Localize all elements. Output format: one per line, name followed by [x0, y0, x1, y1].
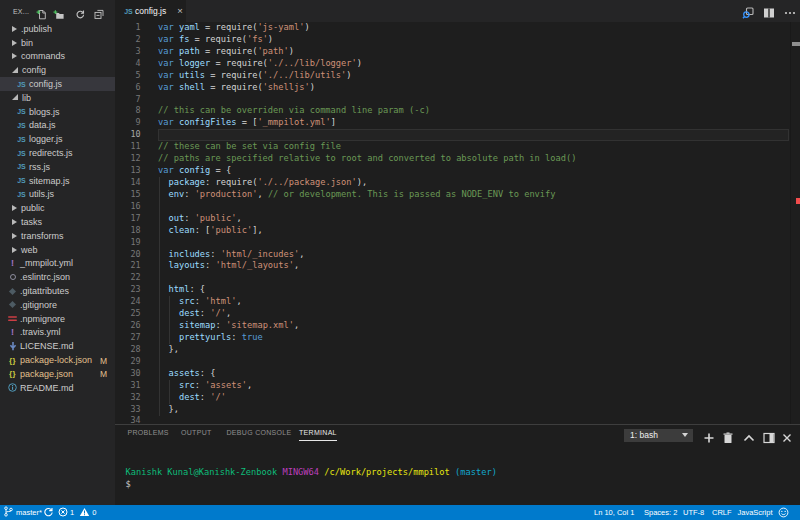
open-changes-icon[interactable]	[742, 5, 754, 17]
terminal-select[interactable]: 1: bash	[624, 429, 693, 442]
code-line-5[interactable]: 5var utils = require('./../lib/utils')	[115, 70, 800, 82]
code-line-32[interactable]: 32 dest: '/'	[115, 392, 800, 404]
tree-folder-web[interactable]: web	[0, 243, 115, 257]
tree-file-utils.js[interactable]: JSutils.js	[0, 188, 115, 202]
code-line-21[interactable]: 21 layouts: 'html/_layouts',	[115, 260, 800, 272]
tree-folder-commands[interactable]: commands	[0, 50, 115, 64]
code-line-7[interactable]: 7	[115, 94, 800, 106]
code-line-33[interactable]: 33 },	[115, 404, 800, 416]
code-line-10[interactable]: 10	[115, 129, 800, 141]
status-cursor-position[interactable]: Ln 10, Col 1	[594, 505, 634, 520]
tree-file-.npmignore[interactable]: .npmignore	[0, 312, 115, 326]
tree-file-sitemap.js[interactable]: JSsitemap.js	[0, 174, 115, 188]
code-line-1[interactable]: 1var yaml = require('js-yaml')	[115, 22, 800, 34]
code-line-3[interactable]: 3var path = require('path')	[115, 46, 800, 58]
token-d: ,	[257, 189, 267, 199]
tree-file-blogs.js[interactable]: JSblogs.js	[0, 105, 115, 119]
split-editor-icon[interactable]	[763, 5, 775, 17]
code-line-17[interactable]: 17 out: 'public',	[115, 213, 800, 225]
code-line-8[interactable]: 8// this can be overriden via command li…	[115, 105, 800, 117]
tree-folder-bin[interactable]: bin	[0, 36, 115, 50]
status-language-mode[interactable]: JavaScript	[738, 505, 773, 520]
git-branch-item[interactable]: master*	[4, 505, 42, 520]
maximize-panel-icon[interactable]	[743, 430, 755, 442]
token-id: dest	[179, 308, 200, 318]
token-id: fs	[179, 34, 189, 44]
code-line-30[interactable]: 30 assets: {	[115, 368, 800, 380]
tree-folder-public[interactable]: public	[0, 201, 115, 215]
status-indentation[interactable]: Spaces: 2	[644, 505, 677, 520]
code-line-9[interactable]: 9var configFiles = ['_mmpilot.yml']	[115, 117, 800, 129]
code-editor[interactable]: 1var yaml = require('js-yaml')2var fs = …	[115, 22, 800, 424]
token-com: // this can be overriden via command lin…	[158, 105, 430, 115]
code-line-14[interactable]: 14 package: require('./../package.json')…	[115, 177, 800, 189]
tab-config-js[interactable]: JS config.js ×	[115, 0, 186, 22]
tree-item-label: utils.js	[29, 189, 54, 199]
tree-file-package.json[interactable]: {}package.jsonM	[0, 367, 115, 381]
line-number: 13	[115, 165, 141, 177]
refresh-icon[interactable]	[75, 6, 86, 17]
code-line-18[interactable]: 18 clean: ['public'],	[115, 225, 800, 237]
close-panel-icon[interactable]	[781, 430, 793, 442]
code-line-28[interactable]: 28 },	[115, 344, 800, 356]
tree-folder-.publish[interactable]: .publish	[0, 22, 115, 36]
code-line-16[interactable]: 16	[115, 201, 800, 213]
tree-file-.travis.yml[interactable]: !.travis.yml	[0, 326, 115, 340]
panel-tab-output[interactable]: OUTPUT	[181, 429, 212, 440]
code-line-15[interactable]: 15 env: 'production', // or development.…	[115, 189, 800, 201]
tree-file-logger.js[interactable]: JSlogger.js	[0, 132, 115, 146]
sync-icon[interactable]	[43, 505, 54, 520]
new-file-icon[interactable]	[36, 6, 47, 17]
new-terminal-icon[interactable]	[703, 430, 715, 442]
status-encoding[interactable]: UTF-8	[683, 505, 704, 520]
token-id: html	[168, 284, 189, 294]
tree-file-README.md[interactable]: README.md	[0, 381, 115, 395]
panel-tab-problems[interactable]: PROBLEMS	[128, 429, 169, 440]
tree-file-data.js[interactable]: JSdata.js	[0, 119, 115, 133]
code-line-23[interactable]: 23 html: {	[115, 284, 800, 296]
code-line-12[interactable]: 12// paths are specified relative to roo…	[115, 153, 800, 165]
code-line-24[interactable]: 24 src: 'html',	[115, 296, 800, 308]
tab-close-icon[interactable]: ×	[174, 0, 186, 22]
tree-folder-transforms[interactable]: transforms	[0, 229, 115, 243]
panel-tab-terminal[interactable]: TERMINAL	[299, 429, 337, 441]
tree-item-label: web	[21, 245, 38, 255]
code-line-26[interactable]: 26 sitemap: 'sitemap.xml',	[115, 320, 800, 332]
code-line-19[interactable]: 19	[115, 237, 800, 249]
token-id: src	[179, 296, 195, 306]
code-line-2[interactable]: 2var fs = require('fs')	[115, 34, 800, 46]
tree-file-redirects.js[interactable]: JSredirects.js	[0, 146, 115, 160]
tree-file-rss.js[interactable]: JSrss.js	[0, 160, 115, 174]
code-line-22[interactable]: 22	[115, 272, 800, 284]
tree-file-LICENSE.md[interactable]: LICENSE.md	[0, 339, 115, 353]
code-line-13[interactable]: 13var config = {	[115, 165, 800, 177]
tree-file-.gitattributes[interactable]: .gitattributes	[0, 284, 115, 298]
code-line-25[interactable]: 25 dest: '/',	[115, 308, 800, 320]
tree-folder-lib[interactable]: lib	[0, 91, 115, 105]
token-id: out	[168, 213, 184, 223]
code-line-11[interactable]: 11// these can be set via config file	[115, 141, 800, 153]
code-line-27[interactable]: 27 prettyurls: true	[115, 332, 800, 344]
smiley-icon[interactable]	[778, 505, 789, 520]
code-line-29[interactable]: 29	[115, 356, 800, 368]
tree-folder-tasks[interactable]: tasks	[0, 215, 115, 229]
move-panel-icon[interactable]	[763, 430, 775, 442]
code-line-31[interactable]: 31 src: 'assets',	[115, 380, 800, 392]
panel-tab-debug-console[interactable]: DEBUG CONSOLE	[227, 429, 292, 440]
tree-file-.gitignore[interactable]: .gitignore	[0, 298, 115, 312]
problems-item[interactable]: 1 0	[58, 505, 96, 520]
tree-folder-config[interactable]: config	[0, 63, 115, 77]
tree-file-_mmpilot.yml[interactable]: !_mmpilot.yml	[0, 257, 115, 271]
more-actions-icon[interactable]	[784, 5, 796, 17]
code-line-20[interactable]: 20 includes: 'html/_incudes',	[115, 249, 800, 261]
code-line-34[interactable]: 34	[115, 415, 800, 423]
code-line-4[interactable]: 4var logger = require('./../lib/logger')	[115, 58, 800, 70]
status-eol[interactable]: CRLF	[712, 505, 732, 520]
tree-file-package-lock.json[interactable]: {}package-lock.jsonM	[0, 353, 115, 367]
kill-terminal-icon[interactable]	[722, 430, 734, 442]
code-line-6[interactable]: 6var shell = require('shelljs')	[115, 82, 800, 94]
tree-file-config.js[interactable]: JSconfig.js	[0, 77, 115, 91]
tree-file-.eslintrc.json[interactable]: .eslintrc.json	[0, 270, 115, 284]
collapse-all-icon[interactable]	[94, 6, 105, 17]
new-folder-icon[interactable]	[53, 6, 64, 17]
